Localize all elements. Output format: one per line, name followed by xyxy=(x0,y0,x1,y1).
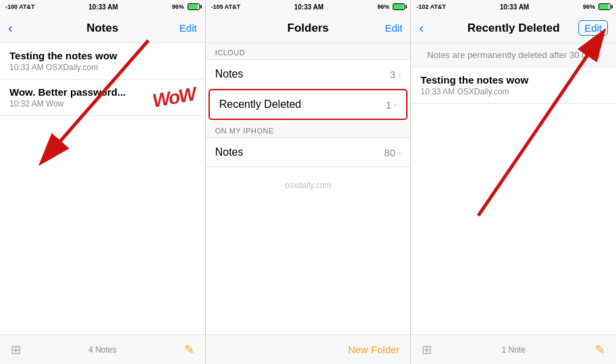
back-button-3[interactable]: ‹ xyxy=(419,20,424,36)
recently-deleted-title: Recently Deleted xyxy=(468,22,560,35)
folder-label-notes-iphone: Notes xyxy=(215,146,244,158)
bottom-bar-2: New Folder xyxy=(206,334,411,364)
note-source-1: OSXDaily.com xyxy=(46,63,98,72)
deletion-info: Notes are permanently deleted after 30 d… xyxy=(411,43,616,67)
edit-button-1[interactable]: Edit xyxy=(179,22,197,34)
note-source-label-2: Wow xyxy=(46,99,63,109)
note-title-1: Testing the notes wow xyxy=(9,50,196,61)
notes-list: Testing the notes wow 10:33 AM OSXDaily.… xyxy=(0,43,205,334)
note-time-2: 10:32 AM xyxy=(9,99,44,109)
chevron-recently-deleted: › xyxy=(394,100,397,110)
recently-deleted-list: Testing the notes wow 10:33 AM OSXDaily.… xyxy=(411,67,616,334)
note-meta-1: 10:33 AM OSXDaily.com xyxy=(9,63,196,72)
folder-label-notes-icloud: Notes xyxy=(215,68,244,80)
folder-label-recently-deleted: Recently Deleted xyxy=(219,98,302,111)
nav-bar-1: ‹ Notes Edit xyxy=(0,13,205,43)
folder-item-notes-icloud[interactable]: Notes 3 › xyxy=(206,60,411,89)
grid-icon-3[interactable]: ⊞ xyxy=(422,342,432,357)
folder-right-notes-iphone: 80 › xyxy=(384,147,401,158)
watermark: osxdaily.com xyxy=(206,167,411,204)
edit-button-3[interactable]: Edit xyxy=(578,20,608,36)
compose-button-3[interactable]: ✎ xyxy=(595,342,605,357)
note-title-2: Wow. Better password... xyxy=(9,86,126,98)
notes-count-3: 1 Note xyxy=(432,345,595,355)
bottom-bar-3: ⊞ 1 Note ✎ xyxy=(411,334,616,364)
status-bar-2: -105 AT&T 10:33 AM 96% xyxy=(206,0,411,13)
battery-pct-2: 96% xyxy=(377,3,389,10)
note-time-1: 10:33 AM xyxy=(9,63,44,72)
grid-icon-1[interactable]: ⊞ xyxy=(11,342,21,357)
battery-icons-1: 96% xyxy=(172,3,200,10)
battery-icon-2 xyxy=(393,3,405,10)
note-item-2[interactable]: Wow. Better password... 10:32 AM Wow WoW xyxy=(0,80,205,116)
folder-count-recently-deleted: 1 xyxy=(386,99,391,111)
time-3: 10:33 AM xyxy=(500,3,530,11)
battery-pct-3: 96% xyxy=(583,3,595,10)
deleted-note-source-label-1: OSXDaily.com xyxy=(457,87,509,96)
time-1: 10:33 AM xyxy=(88,3,118,11)
folders-panel: -105 AT&T 10:33 AM 96% Folders Edit ICLO… xyxy=(206,0,412,364)
folder-count-notes-icloud: 3 xyxy=(390,69,395,80)
carrier-2: -105 AT&T xyxy=(211,3,241,10)
chevron-notes-icloud: › xyxy=(398,69,401,80)
note-content-2: Wow. Better password... 10:32 AM Wow xyxy=(9,86,126,109)
recently-deleted-panel: -102 AT&T 10:33 AM 96% ‹ Recently Delete… xyxy=(411,0,616,364)
battery-icons-3: 96% xyxy=(583,3,611,10)
compose-button-1[interactable]: ✎ xyxy=(184,342,194,357)
nav-bar-2: Folders Edit xyxy=(206,13,411,43)
deleted-note-meta-1: 10:33 AM OSXDaily.com xyxy=(420,87,607,96)
notes-nav-title: Notes xyxy=(86,22,118,35)
folder-count-notes-iphone: 80 xyxy=(384,147,395,158)
edit-button-2[interactable]: Edit xyxy=(385,22,402,34)
folders-list: ICLOUD Notes 3 › Recently Deleted 1 › ON… xyxy=(206,43,411,334)
deleted-note-item-1[interactable]: Testing the notes wow 10:33 AM OSXDaily.… xyxy=(411,67,616,104)
folder-item-recently-deleted[interactable]: Recently Deleted 1 › xyxy=(208,89,408,120)
battery-icon-1 xyxy=(188,3,200,10)
nav-bar-3: ‹ Recently Deleted Edit xyxy=(411,13,616,43)
battery-icon-3 xyxy=(598,3,611,10)
time-2: 10:33 AM xyxy=(294,3,324,11)
notes-count-1: 4 Notes xyxy=(21,345,184,355)
wow-image: WoW xyxy=(151,84,196,111)
note-meta-2: 10:32 AM Wow xyxy=(9,99,126,109)
back-button-1[interactable]: ‹ xyxy=(8,20,13,36)
folder-right-notes-icloud: 3 › xyxy=(390,69,401,80)
deleted-note-title-1: Testing the notes wow xyxy=(420,74,607,86)
note-item-1[interactable]: Testing the notes wow 10:33 AM OSXDaily.… xyxy=(0,43,205,80)
deleted-note-time-1: 10:33 AM xyxy=(420,87,455,96)
new-folder-button[interactable]: New Folder xyxy=(348,344,400,355)
section-header-iphone: ON MY IPHONE xyxy=(206,121,411,138)
section-header-icloud: ICLOUD xyxy=(206,43,411,60)
bottom-bar-1: ⊞ 4 Notes ✎ xyxy=(0,334,205,364)
folder-item-notes-iphone[interactable]: Notes 80 › xyxy=(206,138,411,167)
status-bar-3: -102 AT&T 10:33 AM 96% xyxy=(411,0,616,13)
carrier-3: -102 AT&T xyxy=(416,3,446,10)
folder-right-recently-deleted: 1 › xyxy=(386,99,397,111)
status-bar-1: -100 AT&T 10:33 AM 96% xyxy=(0,0,205,13)
notes-panel: -100 AT&T 10:33 AM 96% ‹ Notes Edit Test… xyxy=(0,0,206,364)
chevron-notes-iphone: › xyxy=(398,148,401,158)
folders-nav-title: Folders xyxy=(287,22,329,35)
battery-pct-1: 96% xyxy=(172,3,184,10)
carrier-1: -100 AT&T xyxy=(5,3,35,10)
battery-icons-2: 96% xyxy=(377,3,405,10)
